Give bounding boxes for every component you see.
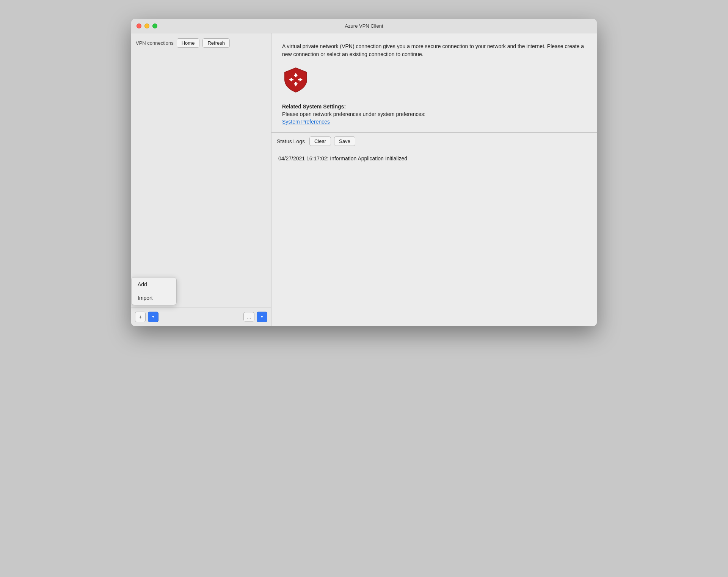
sidebar-header: VPN connections Home Refresh [131,33,271,53]
vpn-shield-icon [282,66,309,93]
main-top-section: A virtual private network (VPN) connecti… [271,33,597,133]
system-preferences-link[interactable]: System Preferences [282,119,330,125]
add-chevron-button[interactable]: ▾ [148,312,158,322]
save-button[interactable]: Save [334,136,355,146]
sidebar: VPN connections Home Refresh Add Import … [131,33,271,326]
status-logs-title: Status Logs [277,138,305,144]
sidebar-connections-list [131,53,271,307]
status-logs-header: Status Logs Clear Save [271,133,597,150]
sidebar-title: VPN connections [136,40,174,46]
close-button[interactable] [136,24,141,28]
title-bar: Azure VPN Client [131,19,597,33]
status-logs-section: Status Logs Clear Save 04/27/2021 16:17:… [271,133,597,326]
refresh-button[interactable]: Refresh [202,38,230,48]
app-window: Azure VPN Client VPN connections Home Re… [131,19,597,326]
window-title: Azure VPN Client [345,23,383,29]
traffic-lights [136,24,157,28]
home-button[interactable]: Home [177,38,200,48]
log-entry: 04/27/2021 16:17:02: Information Applica… [278,155,590,161]
ellipsis-button[interactable]: ... [243,312,254,321]
related-settings: Related System Settings: Please open net… [282,103,586,125]
related-settings-title: Related System Settings: [282,103,586,110]
clear-button[interactable]: Clear [309,136,331,146]
maximize-button[interactable] [152,24,157,28]
add-import-dropdown: Add Import [131,277,177,305]
description-text: A virtual private network (VPN) connecti… [282,42,586,58]
vpn-shield-icon-container [282,66,586,102]
minimize-button[interactable] [144,24,149,28]
related-settings-desc: Please open network preferences under sy… [282,111,586,117]
app-body: VPN connections Home Refresh Add Import … [131,33,597,326]
add-button[interactable]: + [135,312,146,322]
import-menu-item[interactable]: Import [132,291,176,305]
sidebar-footer: Add Import + ▾ ... ▾ [131,307,271,326]
main-content: A virtual private network (VPN) connecti… [271,33,597,326]
logs-content: 04/27/2021 16:17:02: Information Applica… [271,150,597,326]
ellipsis-chevron-button[interactable]: ▾ [257,312,267,322]
add-menu-item[interactable]: Add [132,278,176,291]
